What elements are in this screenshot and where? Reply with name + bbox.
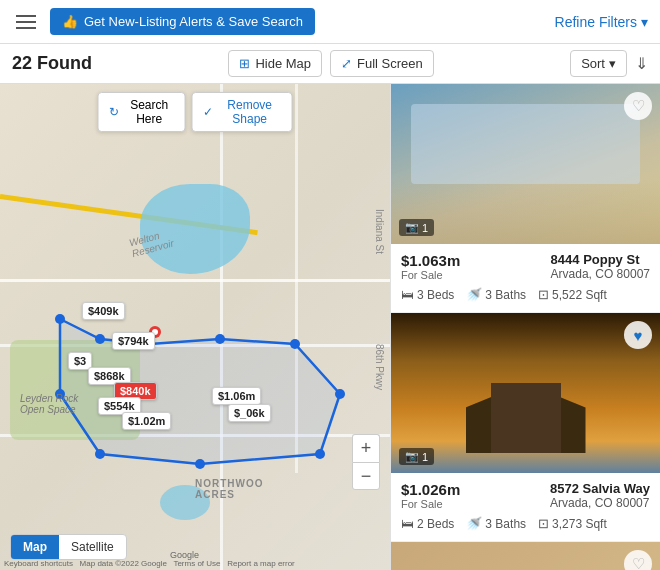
price-marker[interactable]: $794k bbox=[112, 332, 155, 350]
listing-address: 8444 Poppy St bbox=[551, 252, 650, 267]
favorite-button[interactable]: ♡ bbox=[624, 92, 652, 120]
chevron-down-icon: ▾ bbox=[641, 14, 648, 30]
alert-button[interactable]: 👍 Get New-Listing Alerts & Save Search bbox=[50, 8, 315, 35]
map-type-map[interactable]: Map bbox=[11, 535, 59, 559]
listing-price: $1.063m bbox=[401, 252, 460, 269]
listing-city: Arvada, CO 80007 bbox=[550, 496, 650, 510]
listing-image: 📷 1 ♥ bbox=[391, 313, 660, 473]
refresh-icon: ↻ bbox=[109, 105, 119, 119]
area-icon: ⊡ bbox=[538, 287, 549, 302]
camera-icon: 📷 bbox=[405, 450, 419, 463]
beds-detail: 🛏 3 Beds bbox=[401, 287, 454, 302]
sort-order-icon[interactable]: ⇓ bbox=[635, 54, 648, 73]
check-icon: ✓ bbox=[203, 105, 213, 119]
baths-detail: 🚿 3 Baths bbox=[466, 516, 526, 531]
listing-card[interactable]: 📷 1 ♡ $1.063m For Sale 8444 Poppy St Arv… bbox=[391, 84, 660, 313]
remove-shape-button[interactable]: ✓ Remove Shape bbox=[192, 92, 293, 132]
thumbs-up-icon: 👍 bbox=[62, 14, 78, 29]
map-background: $409k $794k $3 $868k $840k $554k $1.02m … bbox=[0, 84, 390, 570]
sort-button[interactable]: Sort ▾ bbox=[570, 50, 627, 77]
price-marker[interactable]: $1.02m bbox=[122, 412, 171, 430]
listing-price-block: $1.026m For Sale bbox=[401, 481, 460, 510]
map-area: $409k $794k $3 $868k $840k $554k $1.02m … bbox=[0, 84, 390, 570]
map-type-toggle: Map Satellite bbox=[10, 534, 127, 560]
header: 👍 Get New-Listing Alerts & Save Search R… bbox=[0, 0, 660, 44]
bed-icon: 🛏 bbox=[401, 516, 414, 531]
listing-image-partial: ♡ bbox=[391, 542, 660, 570]
price-marker[interactable]: $409k bbox=[82, 302, 125, 320]
refine-filters-button[interactable]: Refine Filters ▾ bbox=[555, 14, 648, 30]
listing-price-row: $1.026m For Sale 8572 Salvia Way Arvada,… bbox=[401, 481, 650, 510]
toolbar-center: ⊞ Hide Map ⤢ Full Screen bbox=[228, 50, 433, 77]
hide-map-button[interactable]: ⊞ Hide Map bbox=[228, 50, 322, 77]
listing-address-block: 8572 Salvia Way Arvada, CO 80007 bbox=[550, 481, 650, 510]
area-icon: ⊡ bbox=[538, 516, 549, 531]
listing-card[interactable]: 📷 1 ♥ $1.026m For Sale 8572 Salvia Way A… bbox=[391, 313, 660, 542]
baths-detail: 🚿 3 Baths bbox=[466, 287, 526, 302]
chevron-down-icon: ▾ bbox=[609, 56, 616, 71]
bed-icon: 🛏 bbox=[401, 287, 414, 302]
camera-icon: 📷 bbox=[405, 221, 419, 234]
fullscreen-icon: ⤢ bbox=[341, 56, 352, 71]
map-type-satellite[interactable]: Satellite bbox=[59, 535, 126, 559]
zoom-out-button[interactable]: − bbox=[352, 462, 380, 490]
map-controls: ↻ Search Here ✓ Remove Shape bbox=[98, 92, 293, 132]
search-here-button[interactable]: ↻ Search Here bbox=[98, 92, 186, 132]
price-marker[interactable]: $1.06m bbox=[212, 387, 261, 405]
listing-info: $1.063m For Sale 8444 Poppy St Arvada, C… bbox=[391, 244, 660, 312]
full-screen-button[interactable]: ⤢ Full Screen bbox=[330, 50, 434, 77]
listing-image: 📷 1 ♡ bbox=[391, 84, 660, 244]
zoom-in-button[interactable]: + bbox=[352, 434, 380, 462]
listing-details: 🛏 3 Beds 🚿 3 Baths ⊡ 5,522 Sqft bbox=[401, 287, 650, 302]
listing-price: $1.026m bbox=[401, 481, 460, 498]
found-count: 22 Found bbox=[12, 53, 92, 74]
listing-card-partial[interactable]: ♡ bbox=[391, 542, 660, 570]
listing-address-block: 8444 Poppy St Arvada, CO 80007 bbox=[551, 252, 650, 281]
main-content: $409k $794k $3 $868k $840k $554k $1.02m … bbox=[0, 84, 660, 570]
price-marker[interactable]: $_06k bbox=[228, 404, 271, 422]
listing-details: 🛏 2 Beds 🚿 3 Baths ⊡ 3,273 Sqft bbox=[401, 516, 650, 531]
photo-count: 📷 1 bbox=[399, 448, 434, 465]
photo-count: 📷 1 bbox=[399, 219, 434, 236]
bath-icon: 🚿 bbox=[466, 287, 482, 302]
favorite-button[interactable]: ♡ bbox=[624, 550, 652, 570]
map-zoom-controls: + − bbox=[352, 434, 380, 490]
favorite-button[interactable]: ♥ bbox=[624, 321, 652, 349]
menu-icon[interactable] bbox=[12, 11, 40, 33]
header-left: 👍 Get New-Listing Alerts & Save Search bbox=[12, 8, 315, 35]
listing-price-row: $1.063m For Sale 8444 Poppy St Arvada, C… bbox=[401, 252, 650, 281]
beds-detail: 🛏 2 Beds bbox=[401, 516, 454, 531]
grid-icon: ⊞ bbox=[239, 56, 250, 71]
toolbar: 22 Found ⊞ Hide Map ⤢ Full Screen Sort ▾… bbox=[0, 44, 660, 84]
bath-icon: 🚿 bbox=[466, 516, 482, 531]
sqft-detail: ⊡ 5,522 Sqft bbox=[538, 287, 607, 302]
toolbar-right: Sort ▾ ⇓ bbox=[570, 50, 648, 77]
listing-address: 8572 Salvia Way bbox=[550, 481, 650, 496]
listing-info: $1.026m For Sale 8572 Salvia Way Arvada,… bbox=[391, 473, 660, 541]
listing-price-block: $1.063m For Sale bbox=[401, 252, 460, 281]
listing-city: Arvada, CO 80007 bbox=[551, 267, 650, 281]
listing-status: For Sale bbox=[401, 498, 460, 510]
listing-status: For Sale bbox=[401, 269, 460, 281]
listings-panel: 📷 1 ♡ $1.063m For Sale 8444 Poppy St Arv… bbox=[390, 84, 660, 570]
sqft-detail: ⊡ 3,273 Sqft bbox=[538, 516, 607, 531]
